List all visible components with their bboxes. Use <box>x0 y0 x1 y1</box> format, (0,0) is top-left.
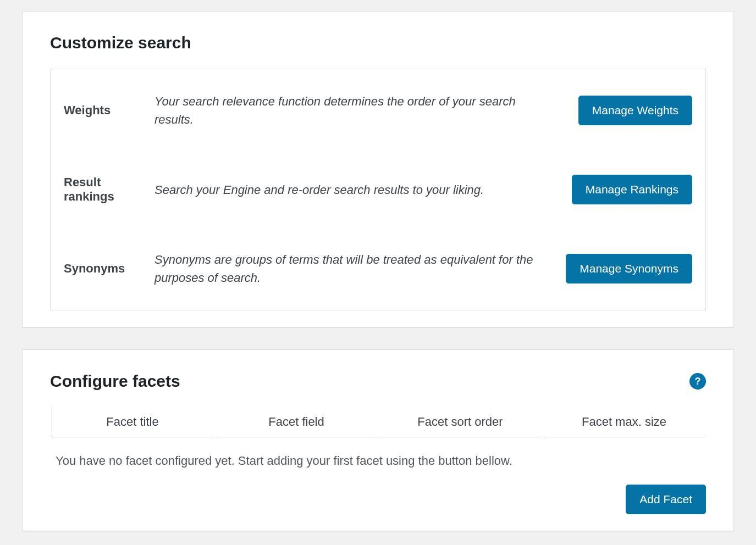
rankings-row: Result rankings Search your Engine and r… <box>51 152 705 227</box>
synonyms-desc: Synonyms are groups of terms that will b… <box>154 251 555 287</box>
settings-table: Weights Your search relevance function d… <box>50 69 706 310</box>
add-facet-button[interactable]: Add Facet <box>626 485 706 514</box>
help-icon[interactable]: ? <box>689 373 706 390</box>
manage-weights-button[interactable]: Manage Weights <box>578 96 692 125</box>
facet-field-header: Facet field <box>216 407 377 437</box>
manage-synonyms-button[interactable]: Manage Synonyms <box>566 254 692 283</box>
customize-search-panel: Customize search Weights Your search rel… <box>22 11 734 327</box>
synonyms-label: Synonyms <box>64 262 144 276</box>
configure-facets-title: Configure facets <box>50 372 180 391</box>
weights-desc: Your search relevance function determine… <box>154 92 567 129</box>
configure-facets-panel: Configure facets ? Facet title Facet fie… <box>22 349 734 531</box>
panel-header: Customize search <box>50 34 706 52</box>
panel-header: Configure facets ? <box>50 372 706 391</box>
manage-rankings-button[interactable]: Manage Rankings <box>572 175 692 204</box>
weights-label: Weights <box>64 103 144 118</box>
facet-title-header: Facet title <box>52 407 213 437</box>
facet-sort-header: Facet sort order <box>380 407 540 437</box>
customize-search-title: Customize search <box>50 34 191 52</box>
weights-row: Weights Your search relevance function d… <box>51 69 705 152</box>
facet-headers: Facet title Facet field Facet sort order… <box>50 407 706 437</box>
facets-empty-message: You have no facet configured yet. Start … <box>50 454 706 468</box>
synonyms-row: Synonyms Synonyms are groups of terms th… <box>51 227 705 310</box>
facet-size-header: Facet max. size <box>544 407 704 437</box>
facets-action-row: Add Facet <box>50 485 706 514</box>
rankings-desc: Search your Engine and re-order search r… <box>154 181 561 199</box>
rankings-label: Result rankings <box>64 175 144 204</box>
